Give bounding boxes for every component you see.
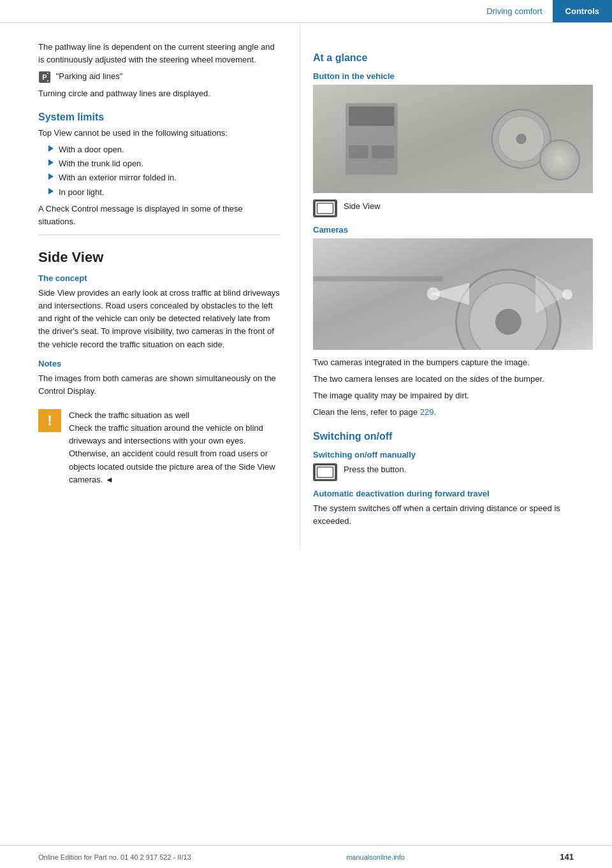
header-driving-comfort: Driving comfort <box>476 0 552 22</box>
bullet-trunk: With the trunk lid open. <box>38 157 280 170</box>
notes-heading: Notes <box>38 359 280 368</box>
main-content: The pathway line is dependent on the cur… <box>0 23 612 549</box>
cameras-text2: The two camera lenses are located on the… <box>313 373 593 386</box>
cameras-text3: The image quality may be impaired by dir… <box>313 389 593 402</box>
bullet-arrow-4 <box>48 188 54 194</box>
warning-icon-wrap: ! <box>38 409 61 432</box>
svg-text:P: P <box>42 73 47 81</box>
side-view-heading: Side View <box>38 249 280 266</box>
warning-box: ! Check the traffic situation as well Ch… <box>38 404 280 491</box>
parking-aid-label: "Parking aid lines" <box>56 71 123 81</box>
parking-icon: P <box>38 71 51 83</box>
side-view-icon <box>313 199 337 217</box>
cameras-page-link[interactable]: 229 <box>420 407 434 417</box>
bullet-text-3: With an exterior mirror folded in. <box>59 171 177 184</box>
press-button-row: Press the button. <box>313 463 593 481</box>
warning-line2: Check the traffic situation around the v… <box>69 422 280 486</box>
footer-page-number: 141 <box>560 852 574 862</box>
section-divider <box>38 235 280 235</box>
svg-rect-10 <box>349 145 368 158</box>
page-header: Driving comfort Controls <box>0 0 612 23</box>
footer-copyright: Online Edition for Part no. 01 40 2 917 … <box>38 853 191 861</box>
bullet-arrow-1 <box>48 145 54 152</box>
system-limits-text: Top View cannot be used in the following… <box>38 127 280 140</box>
switching-heading: Switching on/off <box>313 431 593 442</box>
page-footer: Online Edition for Part no. 01 40 2 917 … <box>0 845 612 868</box>
bullet-mirror: With an exterior mirror folded in. <box>38 171 280 184</box>
camera-image <box>313 238 593 350</box>
warning-line1: Check the traffic situation as well <box>69 409 280 422</box>
button-in-vehicle-heading: Button in the vehicle <box>313 71 593 81</box>
side-view-label: Side View <box>344 200 381 213</box>
intro-text: The pathway line is dependent on the cur… <box>38 41 280 66</box>
cameras-text4: Clean the lens, refer to page 229. <box>313 406 593 419</box>
bullet-arrow-2 <box>48 159 54 166</box>
bullet-text-2: With the trunk lid open. <box>59 157 143 170</box>
svg-point-22 <box>427 287 440 300</box>
press-side-view-icon <box>313 463 337 481</box>
bullet-light: In poor light. <box>38 186 280 199</box>
press-button-label: Press the button. <box>344 463 406 476</box>
svg-point-14 <box>516 134 527 144</box>
right-column: At a glance Button in the vehicle <box>300 23 612 549</box>
svg-rect-8 <box>349 106 394 126</box>
bullet-door: With a door open. <box>38 143 280 156</box>
svg-point-20 <box>495 308 521 335</box>
cameras-text1: Two cameras integrated in the bumpers ca… <box>313 356 593 369</box>
the-concept-heading: The concept <box>38 273 280 283</box>
auto-deactivation-text: The system switches off when a certain d… <box>313 502 593 528</box>
svg-rect-16 <box>317 203 333 213</box>
bullet-text-4: In poor light. <box>59 186 105 199</box>
cameras-heading: Cameras <box>313 225 593 235</box>
svg-rect-11 <box>372 145 395 158</box>
turning-circle-text: Turning circle and pathway lines are dis… <box>38 87 280 100</box>
system-limits-heading: System limits <box>38 112 280 123</box>
warning-icon: ! <box>38 409 61 432</box>
bullet-text-1: With a door open. <box>59 143 124 156</box>
footer-site: manualsonline.info <box>346 853 405 861</box>
concept-body: Side View provides an early look at cros… <box>38 287 280 351</box>
warning-end-mark: ◄ <box>105 475 113 484</box>
side-view-icon-row: Side View <box>313 199 593 217</box>
svg-text:!: ! <box>47 412 52 428</box>
auto-deactivation-heading: Automatic deactivation during forward tr… <box>313 489 593 498</box>
svg-rect-25 <box>317 467 333 477</box>
at-a-glance-heading: At a glance <box>313 52 593 64</box>
svg-rect-23 <box>313 276 443 281</box>
warning-content: Check the traffic situation as well Chec… <box>69 409 280 486</box>
notes-body: The images from both cameras are shown s… <box>38 372 280 398</box>
bullet-arrow-3 <box>48 173 54 180</box>
svg-rect-9 <box>349 129 394 142</box>
interior-image <box>313 85 593 193</box>
switching-manual-heading: Switching on/off manually <box>313 450 593 459</box>
check-control-text: A Check Control message is displayed in … <box>38 203 280 228</box>
parking-aid-line: P "Parking aid lines" <box>38 70 280 83</box>
left-column: The pathway line is dependent on the cur… <box>0 23 300 549</box>
header-controls: Controls <box>553 0 612 22</box>
